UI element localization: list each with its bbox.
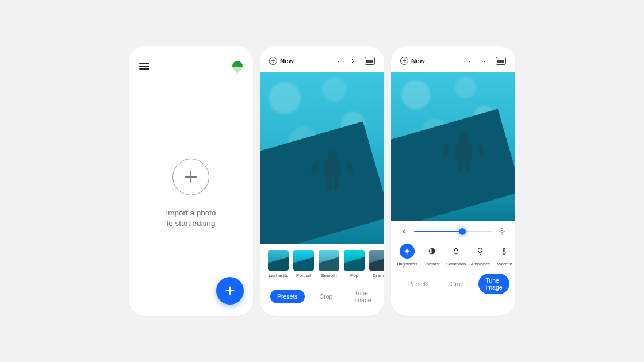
tab-tune-image[interactable]: Tune Image <box>347 286 378 307</box>
sun-icon <box>403 247 411 255</box>
tool-tabs: Presets Crop Tune Image Colour <box>391 268 515 303</box>
screen-import: Import a photo to start editing <box>129 46 253 316</box>
photo-preview[interactable] <box>260 72 384 244</box>
bulb-icon <box>476 247 484 255</box>
droplet-icon <box>452 247 460 255</box>
preset-last-edits[interactable]: Last edits <box>268 250 289 278</box>
tab-tune-image[interactable]: Tune Image <box>478 274 509 294</box>
screen-presets: New Last edits Portrait Smooth Pop Drama… <box>260 46 384 316</box>
preset-smooth[interactable]: Smooth <box>319 250 339 278</box>
preset-drama[interactable]: Drama <box>369 250 384 278</box>
import-prompt-text: Import a photo to start editing <box>166 208 216 229</box>
new-label: New <box>411 57 425 64</box>
divider <box>477 57 477 64</box>
import-line1: Import a photo <box>166 208 216 218</box>
divider <box>346 57 346 64</box>
undo-button[interactable] <box>465 56 474 66</box>
plus-circle-icon <box>400 57 408 65</box>
adjust-slider <box>391 221 515 238</box>
adjust-brightness[interactable]: Brightness <box>397 244 417 267</box>
tab-crop[interactable]: Crop <box>313 290 340 303</box>
tool-tabs: Presets Crop Tune Image Colour <box>260 280 384 316</box>
fab-add-button[interactable] <box>216 277 244 305</box>
adjust-warmth[interactable]: Warmth <box>494 244 515 267</box>
new-button[interactable]: New <box>400 57 425 65</box>
thermometer-icon <box>501 247 509 255</box>
preset-portrait[interactable]: Portrait <box>293 250 314 278</box>
svg-point-1 <box>501 230 503 233</box>
redo-button[interactable] <box>348 56 358 66</box>
image-icon[interactable] <box>496 57 506 65</box>
plus-icon <box>224 284 236 297</box>
adjust-row: Brightness Contrast Saturation Ambiance … <box>391 238 515 268</box>
brightness-high-icon <box>498 228 506 236</box>
new-button[interactable]: New <box>269 57 294 65</box>
tab-crop[interactable]: Crop <box>444 277 471 291</box>
menu-icon[interactable] <box>139 63 150 70</box>
new-label: New <box>280 57 294 64</box>
preset-row: Last edits Portrait Smooth Pop Drama <box>260 244 384 280</box>
photo-preview[interactable] <box>391 72 515 221</box>
plus-circle-icon <box>269 57 277 65</box>
image-icon[interactable] <box>365 57 375 65</box>
plus-icon <box>183 169 199 185</box>
import-line2: to start editing <box>166 218 216 229</box>
screen-tune-image: New Brightness Contrast <box>391 46 515 316</box>
slider-track[interactable] <box>414 231 492 232</box>
svg-point-2 <box>406 250 409 253</box>
adjust-contrast[interactable]: Contrast <box>421 244 442 267</box>
brightness-low-icon <box>400 228 408 236</box>
tab-presets[interactable]: Presets <box>401 277 436 291</box>
svg-point-0 <box>403 230 405 233</box>
redo-button[interactable] <box>480 56 489 66</box>
adjust-saturation[interactable]: Saturation <box>446 244 466 267</box>
undo-button[interactable] <box>334 56 343 66</box>
adjust-ambiance[interactable]: Ambiance <box>470 244 490 267</box>
slider-knob[interactable] <box>459 228 466 235</box>
contrast-icon <box>428 247 436 255</box>
tab-presets[interactable]: Presets <box>270 290 305 303</box>
import-photo-button[interactable] <box>172 159 209 195</box>
preset-pop[interactable]: Pop <box>344 250 365 278</box>
